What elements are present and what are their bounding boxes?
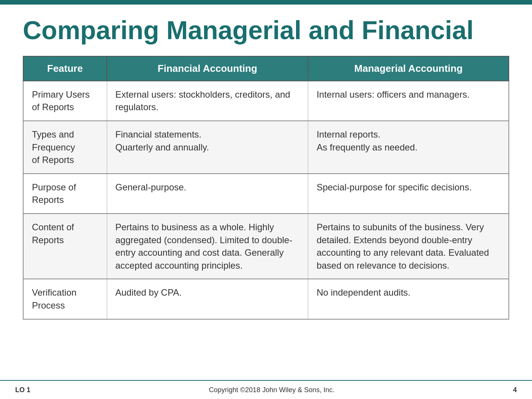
cell-feature: Types and Frequency of Reports <box>23 121 107 174</box>
col-financial: Financial Accounting <box>107 56 308 81</box>
cell-managerial: Special-purpose for specific decisions. <box>308 174 509 214</box>
table-header-row: Feature Financial Accounting Managerial … <box>23 56 509 81</box>
cell-financial: Financial statements. Quarterly and annu… <box>107 121 308 174</box>
table-row: Verification ProcessAudited by CPA.No in… <box>23 279 509 319</box>
table-container: Feature Financial Accounting Managerial … <box>0 56 532 320</box>
footer-page: 4 <box>513 386 517 394</box>
cell-managerial: Pertains to subunits of the business. Ve… <box>308 214 509 279</box>
table-row: Content of ReportsPertains to business a… <box>23 214 509 279</box>
cell-managerial: Internal users: officers and managers. <box>308 81 509 121</box>
cell-feature: Primary Users of Reports <box>23 81 107 121</box>
table-row: Purpose of ReportsGeneral-purpose.Specia… <box>23 174 509 214</box>
header-section: Comparing Managerial and Financial <box>0 5 532 52</box>
top-bar <box>0 0 532 5</box>
cell-managerial: No independent audits. <box>308 279 509 319</box>
col-managerial: Managerial Accounting <box>308 56 509 81</box>
comparison-table: Feature Financial Accounting Managerial … <box>23 56 509 320</box>
cell-financial: Audited by CPA. <box>107 279 308 319</box>
main-title: Comparing Managerial and Financial <box>23 16 509 44</box>
footer-copyright: Copyright ©2018 John Wiley & Sons, Inc. <box>209 386 334 394</box>
cell-feature: Purpose of Reports <box>23 174 107 214</box>
cell-financial: Pertains to business as a whole. Highly … <box>107 214 308 279</box>
cell-financial: External users: stockholders, creditors,… <box>107 81 308 121</box>
table-row: Primary Users of ReportsExternal users: … <box>23 81 509 121</box>
cell-feature: Content of Reports <box>23 214 107 279</box>
table-row: Types and Frequency of ReportsFinancial … <box>23 121 509 174</box>
cell-financial: General-purpose. <box>107 174 308 214</box>
footer-lo: LO 1 <box>15 386 30 394</box>
cell-managerial: Internal reports. As frequently as neede… <box>308 121 509 174</box>
cell-feature: Verification Process <box>23 279 107 319</box>
col-feature: Feature <box>23 56 107 81</box>
footer: LO 1 Copyright ©2018 John Wiley & Sons, … <box>0 380 532 399</box>
